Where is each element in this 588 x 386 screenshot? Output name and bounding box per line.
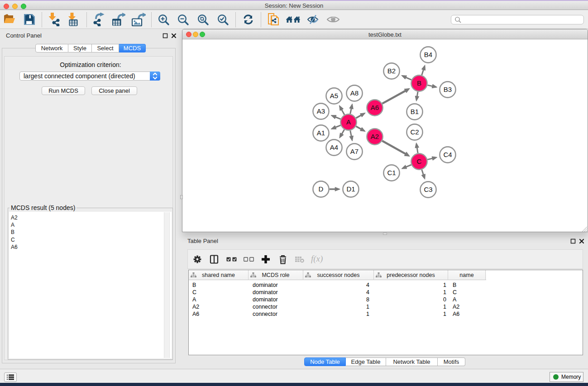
svg-text:A8: A8 (350, 89, 359, 97)
svg-text:D1: D1 (346, 185, 355, 193)
svg-text:C3: C3 (424, 186, 432, 193)
svg-text:A3: A3 (317, 107, 325, 115)
svg-text:C1: C1 (387, 169, 396, 176)
svg-text:B1: B1 (411, 108, 419, 115)
svg-text:A: A (346, 118, 351, 126)
svg-text:B3: B3 (444, 86, 452, 93)
svg-text:A6: A6 (371, 104, 379, 111)
svg-text:D: D (319, 185, 324, 193)
svg-text:C4: C4 (443, 151, 452, 158)
svg-text:A4: A4 (330, 143, 338, 151)
svg-text:B4: B4 (424, 51, 432, 58)
svg-text:C: C (417, 157, 422, 165)
svg-text:B: B (417, 79, 421, 87)
svg-text:A2: A2 (371, 133, 379, 140)
svg-text:A1: A1 (317, 129, 325, 137)
svg-text:B2: B2 (387, 67, 396, 75)
svg-text:A7: A7 (350, 148, 359, 155)
svg-text:C2: C2 (410, 128, 419, 136)
svg-text:A5: A5 (330, 92, 338, 100)
